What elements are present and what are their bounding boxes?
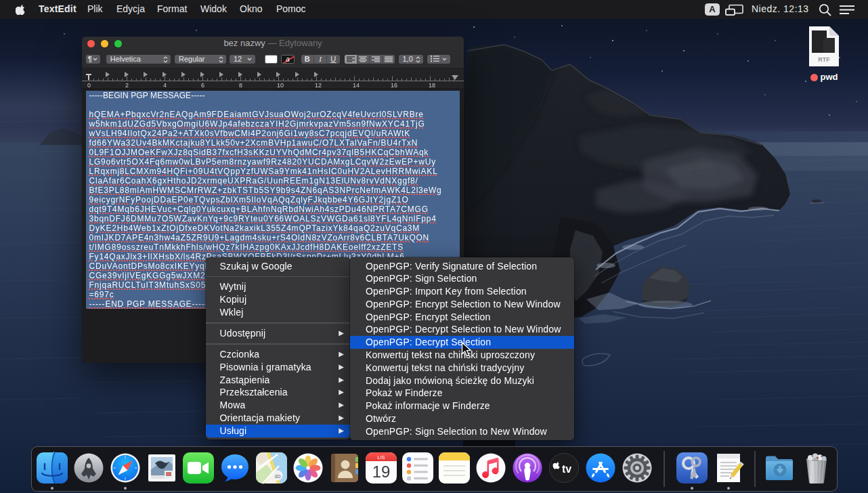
svg-text:3D: 3D <box>274 473 281 479</box>
svg-text:LIS: LIS <box>377 454 385 460</box>
svg-text:tv: tv <box>562 463 571 475</box>
svg-text:19: 19 <box>372 463 391 481</box>
